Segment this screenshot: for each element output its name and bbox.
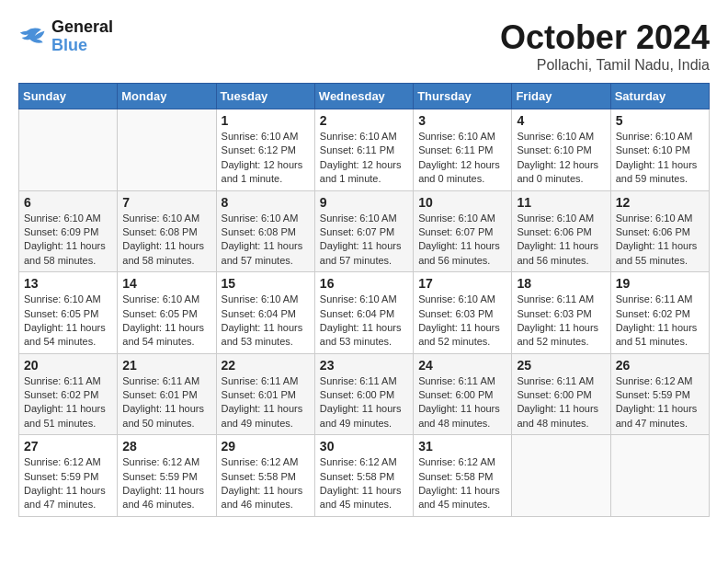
day-info: Sunrise: 6:11 AMSunset: 6:00 PMDaylight:… bbox=[418, 374, 506, 431]
calendar-cell: 5Sunrise: 6:10 AMSunset: 6:10 PMDaylight… bbox=[610, 109, 709, 191]
calendar-cell: 19Sunrise: 6:11 AMSunset: 6:02 PMDayligh… bbox=[610, 272, 709, 354]
day-number: 17 bbox=[418, 276, 506, 291]
day-number: 2 bbox=[320, 113, 408, 128]
day-info: Sunrise: 6:10 AMSunset: 6:08 PMDaylight:… bbox=[222, 212, 310, 269]
day-info: Sunrise: 6:12 AMSunset: 5:58 PMDaylight:… bbox=[222, 455, 310, 512]
day-info: Sunrise: 6:12 AMSunset: 5:59 PMDaylight:… bbox=[24, 455, 112, 512]
day-info: Sunrise: 6:10 AMSunset: 6:08 PMDaylight:… bbox=[122, 212, 210, 269]
calendar-cell: 13Sunrise: 6:10 AMSunset: 6:05 PMDayligh… bbox=[19, 272, 118, 354]
day-number: 1 bbox=[222, 113, 310, 128]
day-info: Sunrise: 6:10 AMSunset: 6:03 PMDaylight:… bbox=[418, 293, 506, 350]
calendar-cell: 21Sunrise: 6:11 AMSunset: 6:01 PMDayligh… bbox=[118, 353, 216, 435]
calendar-cell: 8Sunrise: 6:10 AMSunset: 6:08 PMDaylight… bbox=[216, 190, 314, 272]
calendar-cell bbox=[512, 435, 610, 517]
calendar-cell: 16Sunrise: 6:10 AMSunset: 6:04 PMDayligh… bbox=[314, 272, 413, 354]
day-info: Sunrise: 6:10 AMSunset: 6:05 PMDaylight:… bbox=[122, 293, 210, 350]
weekday-header: Sunday bbox=[19, 84, 118, 109]
day-number: 7 bbox=[122, 195, 210, 210]
day-number: 16 bbox=[320, 276, 408, 291]
calendar-cell: 28Sunrise: 6:12 AMSunset: 5:59 PMDayligh… bbox=[118, 435, 216, 517]
weekday-header: Wednesday bbox=[314, 84, 413, 109]
calendar-week-row: 1Sunrise: 6:10 AMSunset: 6:12 PMDaylight… bbox=[19, 109, 710, 191]
weekday-header: Monday bbox=[118, 84, 216, 109]
calendar-cell: 31Sunrise: 6:12 AMSunset: 5:58 PMDayligh… bbox=[414, 435, 512, 517]
day-info: Sunrise: 6:10 AMSunset: 6:07 PMDaylight:… bbox=[320, 212, 408, 269]
calendar-cell: 1Sunrise: 6:10 AMSunset: 6:12 PMDaylight… bbox=[216, 109, 314, 191]
day-number: 21 bbox=[122, 358, 210, 373]
day-info: Sunrise: 6:10 AMSunset: 6:09 PMDaylight:… bbox=[24, 212, 112, 269]
day-number: 26 bbox=[616, 358, 704, 373]
calendar-cell: 18Sunrise: 6:11 AMSunset: 6:03 PMDayligh… bbox=[512, 272, 610, 354]
calendar-cell: 25Sunrise: 6:11 AMSunset: 6:00 PMDayligh… bbox=[512, 353, 610, 435]
day-info: Sunrise: 6:11 AMSunset: 6:01 PMDaylight:… bbox=[122, 374, 210, 431]
day-number: 28 bbox=[122, 439, 210, 454]
weekday-header: Thursday bbox=[414, 84, 512, 109]
day-number: 31 bbox=[418, 439, 506, 454]
calendar-cell: 9Sunrise: 6:10 AMSunset: 6:07 PMDaylight… bbox=[314, 190, 413, 272]
day-info: Sunrise: 6:11 AMSunset: 6:02 PMDaylight:… bbox=[616, 293, 704, 350]
day-info: Sunrise: 6:10 AMSunset: 6:10 PMDaylight:… bbox=[616, 130, 704, 187]
day-number: 6 bbox=[24, 195, 112, 210]
day-info: Sunrise: 6:10 AMSunset: 6:06 PMDaylight:… bbox=[517, 212, 605, 269]
day-info: Sunrise: 6:10 AMSunset: 6:11 PMDaylight:… bbox=[320, 130, 408, 187]
calendar-cell: 14Sunrise: 6:10 AMSunset: 6:05 PMDayligh… bbox=[118, 272, 216, 354]
day-info: Sunrise: 6:10 AMSunset: 6:12 PMDaylight:… bbox=[222, 130, 310, 187]
calendar-header-row: SundayMondayTuesdayWednesdayThursdayFrid… bbox=[19, 84, 710, 109]
day-number: 14 bbox=[122, 276, 210, 291]
day-number: 11 bbox=[517, 195, 605, 210]
day-number: 20 bbox=[24, 358, 112, 373]
day-number: 9 bbox=[320, 195, 408, 210]
day-info: Sunrise: 6:11 AMSunset: 6:02 PMDaylight:… bbox=[24, 374, 112, 431]
calendar-cell bbox=[19, 109, 118, 191]
calendar-cell: 7Sunrise: 6:10 AMSunset: 6:08 PMDaylight… bbox=[118, 190, 216, 272]
calendar-cell bbox=[118, 109, 216, 191]
weekday-header: Saturday bbox=[610, 84, 709, 109]
calendar-cell: 17Sunrise: 6:10 AMSunset: 6:03 PMDayligh… bbox=[414, 272, 512, 354]
day-number: 12 bbox=[616, 195, 704, 210]
calendar-week-row: 6Sunrise: 6:10 AMSunset: 6:09 PMDaylight… bbox=[19, 190, 710, 272]
day-number: 19 bbox=[616, 276, 704, 291]
day-info: Sunrise: 6:11 AMSunset: 6:00 PMDaylight:… bbox=[517, 374, 605, 431]
day-info: Sunrise: 6:10 AMSunset: 6:10 PMDaylight:… bbox=[517, 130, 605, 187]
day-number: 3 bbox=[418, 113, 506, 128]
month-title: October 2024 bbox=[500, 18, 710, 57]
day-info: Sunrise: 6:12 AMSunset: 5:59 PMDaylight:… bbox=[616, 374, 704, 431]
calendar-cell: 22Sunrise: 6:11 AMSunset: 6:01 PMDayligh… bbox=[216, 353, 314, 435]
calendar-cell: 30Sunrise: 6:12 AMSunset: 5:58 PMDayligh… bbox=[314, 435, 413, 517]
calendar-cell: 3Sunrise: 6:10 AMSunset: 6:11 PMDaylight… bbox=[414, 109, 512, 191]
title-block: October 2024 Pollachi, Tamil Nadu, India bbox=[500, 18, 710, 74]
calendar-table: SundayMondayTuesdayWednesdayThursdayFrid… bbox=[18, 83, 710, 517]
calendar-cell: 29Sunrise: 6:12 AMSunset: 5:58 PMDayligh… bbox=[216, 435, 314, 517]
calendar-cell: 15Sunrise: 6:10 AMSunset: 6:04 PMDayligh… bbox=[216, 272, 314, 354]
day-number: 4 bbox=[517, 113, 605, 128]
day-number: 25 bbox=[517, 358, 605, 373]
calendar-cell: 26Sunrise: 6:12 AMSunset: 5:59 PMDayligh… bbox=[610, 353, 709, 435]
day-info: Sunrise: 6:12 AMSunset: 5:59 PMDaylight:… bbox=[122, 455, 210, 512]
day-number: 30 bbox=[320, 439, 408, 454]
day-info: Sunrise: 6:11 AMSunset: 6:00 PMDaylight:… bbox=[320, 374, 408, 431]
day-info: Sunrise: 6:11 AMSunset: 6:03 PMDaylight:… bbox=[517, 293, 605, 350]
calendar-cell bbox=[610, 435, 709, 517]
day-info: Sunrise: 6:12 AMSunset: 5:58 PMDaylight:… bbox=[320, 455, 408, 512]
day-info: Sunrise: 6:10 AMSunset: 6:11 PMDaylight:… bbox=[418, 130, 506, 187]
logo: General Blue bbox=[18, 18, 113, 55]
calendar-cell: 20Sunrise: 6:11 AMSunset: 6:02 PMDayligh… bbox=[19, 353, 118, 435]
day-number: 29 bbox=[222, 439, 310, 454]
calendar-cell: 2Sunrise: 6:10 AMSunset: 6:11 PMDaylight… bbox=[314, 109, 413, 191]
calendar-cell: 6Sunrise: 6:10 AMSunset: 6:09 PMDaylight… bbox=[19, 190, 118, 272]
day-info: Sunrise: 6:10 AMSunset: 6:05 PMDaylight:… bbox=[24, 293, 112, 350]
day-number: 24 bbox=[418, 358, 506, 373]
weekday-header: Friday bbox=[512, 84, 610, 109]
calendar-week-row: 27Sunrise: 6:12 AMSunset: 5:59 PMDayligh… bbox=[19, 435, 710, 517]
day-number: 18 bbox=[517, 276, 605, 291]
day-number: 10 bbox=[418, 195, 506, 210]
day-info: Sunrise: 6:12 AMSunset: 5:58 PMDaylight:… bbox=[418, 455, 506, 512]
calendar-cell: 10Sunrise: 6:10 AMSunset: 6:07 PMDayligh… bbox=[414, 190, 512, 272]
calendar-cell: 27Sunrise: 6:12 AMSunset: 5:59 PMDayligh… bbox=[19, 435, 118, 517]
day-info: Sunrise: 6:10 AMSunset: 6:04 PMDaylight:… bbox=[320, 293, 408, 350]
logo-text: General Blue bbox=[51, 18, 113, 55]
calendar-cell: 11Sunrise: 6:10 AMSunset: 6:06 PMDayligh… bbox=[512, 190, 610, 272]
weekday-header: Tuesday bbox=[216, 84, 314, 109]
day-number: 13 bbox=[24, 276, 112, 291]
location-title: Pollachi, Tamil Nadu, India bbox=[500, 57, 710, 74]
